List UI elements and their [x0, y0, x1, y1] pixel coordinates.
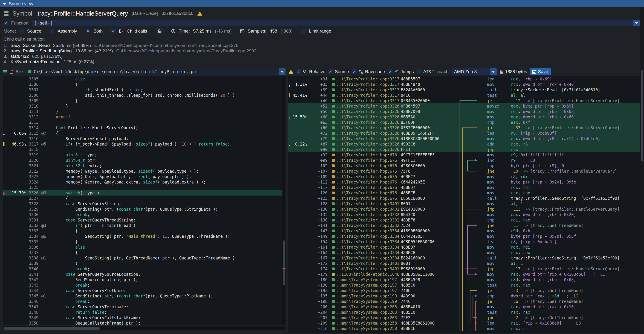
asm-row[interactable]: +107..t\TracyProfiler.hpp:67675F6jne.L0 … — [288, 168, 641, 174]
source-line[interactable]: 3318 — [2, 147, 286, 152]
asm-row[interactable]: +174..t\TracyProfiler.cpp:3401E9B8010000… — [288, 266, 641, 272]
source-line[interactable]: 3313 — [2, 120, 286, 125]
radio-both[interactable] — [86, 29, 90, 33]
relative-checkbox[interactable] — [296, 69, 301, 74]
file-combo[interactable]: C:\Users\wolf\Desktop\darkrl\contrib\tra… — [26, 68, 286, 75]
child-call-entry[interactable]: 1.tracy::Socket::Read25.25 ms (54.89%)C:… — [4, 43, 639, 48]
asm-row[interactable]: +207..mon\TracySystem.cpp:20375F2jne.L2 … — [288, 315, 641, 320]
asm-row[interactable]: +130..t\TracyProfiler.cpp:3401E9E4010000… — [288, 206, 641, 212]
jumps-toggle[interactable]: Jumps — [388, 69, 414, 74]
asm-row[interactable]: +200..mon\TracySystem.cpp:203488B4010mov… — [288, 304, 641, 310]
asm-row[interactable]: +39..t\TracyProfiler.cpp:3317E824AA0000c… — [288, 87, 641, 92]
asm-row[interactable]: +109..t\TracyProfiler.hpp:6764C8BC7movr8… — [288, 174, 641, 179]
source-line[interactable]: 3346 break; — [2, 299, 286, 304]
source-line[interactable]: 3308 std::this_thread::sleep_for( std::c… — [2, 92, 286, 98]
source-vscrollbar[interactable] — [282, 76, 286, 325]
relative-toggle[interactable]: Relative — [296, 69, 326, 74]
asm-row[interactable]: +216..mon\TracySystem.cpp:258488BCEmovrc… — [288, 326, 641, 331]
asm-row[interactable]: +72..t\TracyProfiler.cpp:33264C8D05F146F… — [288, 131, 641, 136]
asm-row[interactable]: +31..t\TracyProfiler.cpp:3317488B5597lea… — [288, 76, 641, 82]
asm-row[interactable]: +135..t\TracyProfiler.cpp:33328B4320move… — [288, 212, 641, 217]
source-line[interactable]: 0.66%3315@7{ — [2, 131, 286, 136]
asm-row[interactable]: +161..t\TracyProfiler.cpp:3334488BD7movr… — [288, 244, 641, 250]
raw-code-checkbox[interactable] — [352, 69, 356, 74]
asm-row[interactable]: +63..t\TracyProfiler.cpp:332683F80Fcmpea… — [288, 120, 641, 125]
radio-assembly-label[interactable]: Assembly — [58, 28, 77, 34]
lock-button[interactable] — [156, 28, 163, 34]
source-line[interactable]: 3334@6 SendString( ptr, "Main thread", 1… — [2, 233, 286, 239]
source-line[interactable]: 3320 uint64_t ptr; — [2, 158, 286, 163]
window-vscrollbar[interactable] — [640, 7, 644, 334]
chevron-down-icon[interactable] — [279, 68, 286, 75]
child-calls-label[interactable]: Child calls — [126, 28, 147, 34]
att-checkbox[interactable] — [416, 69, 421, 74]
asm-row[interactable]: +138..t\TracyProfiler.cpp:3332483BF8cmpr… — [288, 217, 641, 223]
source-hscroll-thumb[interactable] — [4, 327, 100, 330]
radio-assembly[interactable] — [50, 29, 54, 33]
source-line[interactable]: 3333 { — [2, 228, 286, 233]
limit-range-checkbox[interactable] — [301, 29, 306, 33]
asm-row[interactable]: +186..mon\TracySystem.cpp:197448B4598mov… — [288, 277, 641, 282]
asm-row[interactable]: +90..t\TracyProfiler.cpp:3326FFE1jmprcx — [288, 147, 641, 152]
asm-row[interactable]: +204..mon\TracySystem.cpp:2034885C0testr… — [288, 310, 641, 315]
source-hscrollbar[interactable] — [2, 327, 286, 330]
radio-source-label[interactable]: Source — [27, 28, 41, 34]
asm-row[interactable]: +209..mon\TracySystem.cpp:258488D35E8861… — [288, 320, 641, 326]
child-call-entry[interactable]: 2.tracy::Profiler::SendLongString19.88 m… — [4, 48, 639, 53]
asm-row[interactable]: 0.22%+87..t\TracyProfiler.cpp:33264903C8… — [288, 141, 641, 147]
source-line[interactable]: 3307 if( shouldExit ) return; — [2, 87, 286, 92]
asm-row[interactable]: +141..t\TracyProfiler.cpp:33327524jne.L1… — [288, 223, 641, 228]
asm-row[interactable]: +99..t\TracyProfiler.hpp:67649FFC1incr9 … — [288, 158, 641, 163]
asm-row[interactable]: +167..t\TracyProfiler.cpp:3334E824160000… — [288, 255, 641, 261]
jumps-checkbox[interactable] — [388, 69, 392, 74]
source-line[interactable]: 3329 SendString( ptr, (const char*)ptr, … — [2, 206, 286, 212]
source-line[interactable]: 3336 else — [2, 244, 286, 250]
limit-range-label[interactable]: Limit range — [309, 28, 331, 34]
titlebar[interactable]: Source view — [0, 0, 644, 7]
asm-row[interactable]: +56..t\TracyProfiler.cpp:3326488B7D98mov… — [288, 109, 641, 114]
source-line[interactable]: 3349 case ServerQueryCallstackFrame: — [2, 315, 286, 320]
source-line[interactable]: 3338@1 SendString( ptr, GetThreadName( p… — [2, 255, 286, 261]
source-line[interactable]: 3328 case ServerQueryString: — [2, 201, 286, 206]
source-line[interactable]: 3325 — [2, 185, 286, 190]
source-line[interactable]: 3341 case ServerQuerySourceLocation: — [2, 272, 286, 277]
asm-row[interactable]: +179..1103\include\atomic:1048488B05B63C… — [288, 272, 641, 277]
asm-row[interactable]: 45.41%+44..t\TracyProfiler.cpp:331784C0t… — [288, 92, 641, 98]
source-line[interactable]: 3321 uint32_t extra; — [2, 163, 286, 168]
asm-row[interactable]: +46..t\TracyProfiler.cpp:33170F843502000… — [288, 98, 641, 103]
source-line[interactable]: 3337 { — [2, 250, 286, 255]
asm-row[interactable]: +193..mon\TracySystem.cpp:197740Eje.L3 -… — [288, 288, 641, 293]
asm-row[interactable]: +120..t\TracyProfiler.hpp:676488BCBmovrc… — [288, 190, 641, 195]
source-line[interactable]: 3316 ServerQueryPacket payload; — [2, 136, 286, 141]
collapse-icon[interactable] — [2, 2, 6, 5]
source-line[interactable]: 3343 break; — [2, 282, 286, 288]
source-line[interactable]: 3327 { — [2, 195, 286, 201]
source-line[interactable]: 3335 } — [2, 239, 286, 244]
source-line[interactable]: 3332@3 if( ptr == m_mainThread ) — [2, 223, 286, 228]
source-line[interactable]: 3310 } — [2, 103, 286, 109]
asm-row[interactable]: +172..t\TracyProfiler.cpp:3401B001moval,… — [288, 261, 641, 266]
child-calls-checkbox[interactable] — [111, 29, 116, 33]
asm-row[interactable]: +190..mon\TracySystem.cpp:1974885C0testr… — [288, 282, 641, 288]
asm-row[interactable]: +117..t\TracyProfiler.hpp:676488BD7movrd… — [288, 185, 641, 190]
att-toggle[interactable]: AT&T — [416, 69, 434, 74]
asm-row[interactable]: +52..t\TracyProfiler.cpp:33260FB64597mov… — [288, 103, 641, 109]
source-line[interactable]: 3340 break; — [2, 266, 286, 272]
source-line[interactable]: 3347 case ServerQueryTerminate: — [2, 304, 286, 310]
asm-row[interactable]: +154..t\TracyProfiler.cpp:33344C8D055FBA… — [288, 239, 641, 244]
window-vscroll-thumb[interactable] — [641, 70, 643, 161]
asm-row[interactable]: +198..mon\TracySystem.cpp:199744Cje.L6 -… — [288, 299, 641, 304]
asm-row[interactable]: 15.50%+60..t\TracyProfiler.cpp:33268B55A… — [288, 114, 641, 120]
uarch-combo[interactable]: AMD Zen 3 — [452, 68, 497, 75]
asm-row[interactable]: +123..t\TracyProfiler.hpp:676E850160000c… — [288, 195, 641, 201]
source-line[interactable]: 3323 memcpy( &ptr, &payload.ptr, sizeof(… — [2, 174, 286, 179]
asm-row[interactable]: +164..t\TracyProfiler.cpp:3334488BCBmovr… — [288, 250, 641, 255]
function-checkbox[interactable] — [4, 21, 8, 25]
source-line[interactable]: 3345@1 SendString( ptr, (const char*)ptr… — [2, 293, 286, 299]
asm-row[interactable]: +195..mon\TracySystem.cpp:199443900cmpdw… — [288, 293, 641, 299]
source-vscroll-thumb[interactable] — [283, 240, 285, 285]
source-checkbox[interactable] — [328, 69, 333, 74]
chevron-down-icon[interactable] — [633, 20, 640, 26]
source-line[interactable]: 3331 case ServerQueryThreadString: — [2, 217, 286, 223]
source-line[interactable]: 3319 uint8_t type; — [2, 152, 286, 158]
